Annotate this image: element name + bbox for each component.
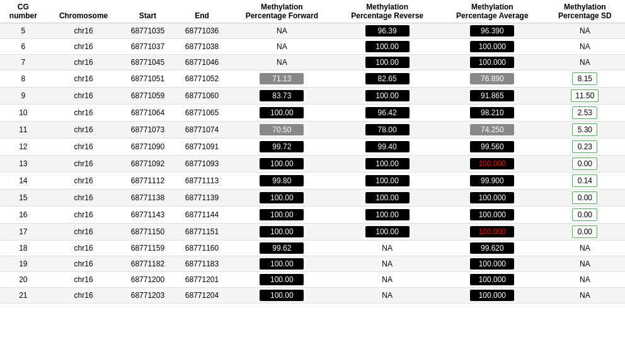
cell-forward: 100.00 — [229, 288, 335, 304]
table-row: 16 chr16 68771143 68771144 100.00 100.00… — [0, 207, 625, 224]
cell-chromosome: chr16 — [47, 39, 121, 55]
cell-chromosome: chr16 — [47, 173, 121, 190]
cell-na: NA — [580, 26, 590, 35]
cell-forward: 100.00 — [229, 224, 335, 241]
cell-sd: 0.00 — [545, 156, 625, 173]
cell-cg: 11 — [0, 122, 47, 139]
cell-end: 68771074 — [175, 122, 229, 139]
cell-end: 68771139 — [175, 190, 229, 207]
cell-sd: NA — [545, 23, 625, 39]
cell-start: 68771073 — [120, 122, 175, 139]
cell-black-bar: 100.00 — [260, 258, 304, 270]
cell-start: 68771112 — [120, 173, 175, 190]
cell-cg: 17 — [0, 224, 47, 241]
cell-chromosome: chr16 — [47, 241, 121, 256]
cell-chromosome: chr16 — [47, 55, 121, 71]
cell-forward: 99.72 — [229, 139, 335, 156]
cell-na: NA — [277, 26, 287, 35]
cell-black-bar: 100.00 — [365, 41, 410, 52]
col-header-meth-sd: MethylationPercentage SD — [545, 0, 625, 23]
cell-na: NA — [382, 259, 393, 268]
cell-black-bar: 99.62 — [260, 242, 304, 254]
cell-average: 99.900 — [440, 173, 545, 190]
table-row: 9 chr16 68771059 68771060 83.73 100.00 9… — [0, 88, 625, 105]
cell-black-bar: 100.00 — [365, 209, 410, 220]
cell-na: NA — [580, 42, 590, 51]
cell-green-badge: 0.00 — [572, 208, 597, 221]
cell-reverse: 100.00 — [335, 173, 440, 190]
table-row: 19 chr16 68771182 68771183 100.00 NA 100… — [0, 256, 625, 272]
cell-forward: NA — [229, 39, 335, 55]
col-header-start: Start — [120, 0, 175, 23]
cell-sd: NA — [545, 272, 625, 288]
table-row: 12 chr16 68771090 68771091 99.72 99.40 9… — [0, 139, 625, 156]
cell-end: 68771065 — [175, 105, 229, 122]
cell-reverse: 100.00 — [335, 224, 440, 241]
cell-gray-bar: 76.890 — [470, 73, 514, 84]
cell-chromosome: chr16 — [47, 190, 121, 207]
cell-na: NA — [277, 58, 287, 67]
cell-start: 68771092 — [120, 156, 175, 173]
cell-reverse: 100.00 — [335, 156, 440, 173]
cell-end: 68771091 — [175, 139, 229, 156]
cell-chromosome: chr16 — [47, 207, 121, 224]
cell-average: 91.865 — [440, 88, 545, 105]
cell-sd: 5.30 — [545, 122, 625, 139]
cell-green-badge: 5.30 — [572, 123, 597, 136]
cell-black-bar: 99.80 — [260, 175, 304, 186]
table-row: 5 chr16 68771035 68771036 NA 96.39 96.39… — [0, 23, 625, 39]
cell-forward: 100.00 — [229, 156, 335, 173]
cell-black-bar: 96.39 — [365, 25, 410, 37]
cell-average: 99.620 — [440, 241, 545, 256]
cell-black-bar: 100.00 — [260, 209, 304, 220]
cell-start: 68771150 — [120, 224, 175, 241]
cell-end: 68771046 — [175, 55, 229, 71]
col-header-cg: CGnumber — [0, 0, 47, 23]
col-header-chromosome: Chromosome — [47, 0, 121, 23]
col-header-meth-average: MethylationPercentage Average — [440, 0, 545, 23]
data-table: CGnumber Chromosome Start End Methylatio… — [0, 0, 625, 304]
cell-chromosome: chr16 — [47, 272, 121, 288]
cell-reverse: NA — [335, 241, 440, 256]
cell-cg: 21 — [0, 288, 47, 304]
table-row: 13 chr16 68771092 68771093 100.00 100.00… — [0, 156, 625, 173]
table-row: 15 chr16 68771138 68771139 100.00 100.00… — [0, 190, 625, 207]
cell-green-badge: 11.50 — [571, 89, 599, 102]
cell-chromosome: chr16 — [47, 224, 121, 241]
cell-forward: 70.50 — [229, 122, 335, 139]
cell-black-bar: 100.000 — [470, 209, 514, 220]
cell-green-badge: 2.53 — [572, 106, 597, 119]
cell-na: NA — [580, 58, 590, 67]
cell-start: 68771051 — [120, 71, 175, 88]
cell-start: 68771203 — [120, 288, 175, 304]
cell-cg: 18 — [0, 241, 47, 256]
cell-reverse: 99.40 — [335, 139, 440, 156]
cell-gray-bar: 74.250 — [470, 124, 514, 135]
cell-average: 100.000 — [440, 288, 545, 304]
table-row: 17 chr16 68771150 68771151 100.00 100.00… — [0, 224, 625, 241]
cell-cg: 16 — [0, 207, 47, 224]
cell-reverse: 78.00 — [335, 122, 440, 139]
cell-average: 100.000 — [440, 190, 545, 207]
cell-na: NA — [382, 275, 393, 284]
cell-end: 68771204 — [175, 288, 229, 304]
cell-sd: 8.15 — [545, 71, 625, 88]
cell-chromosome: chr16 — [47, 71, 121, 88]
cell-forward: 100.00 — [229, 272, 335, 288]
col-header-meth-forward: MethylationPercentage Forward — [229, 0, 335, 23]
cell-end: 68771201 — [175, 272, 229, 288]
cell-forward: NA — [229, 23, 335, 39]
cell-start: 68771037 — [120, 39, 175, 55]
cell-end: 68771113 — [175, 173, 229, 190]
table-row: 14 chr16 68771112 68771113 99.80 100.00 … — [0, 173, 625, 190]
cell-average: 76.890 — [440, 71, 545, 88]
cell-average: 100.000 — [440, 207, 545, 224]
cell-black-bar: 100.00 — [260, 290, 304, 301]
cell-black-bar: 99.900 — [470, 175, 514, 186]
cell-cg: 10 — [0, 105, 47, 122]
cell-green-badge: 0.14 — [572, 174, 597, 187]
cell-average: 96.390 — [440, 23, 545, 39]
cell-gray-bar: 70.50 — [260, 124, 304, 135]
cell-green-badge: 0.00 — [572, 225, 597, 238]
cell-reverse: 96.39 — [335, 23, 440, 39]
